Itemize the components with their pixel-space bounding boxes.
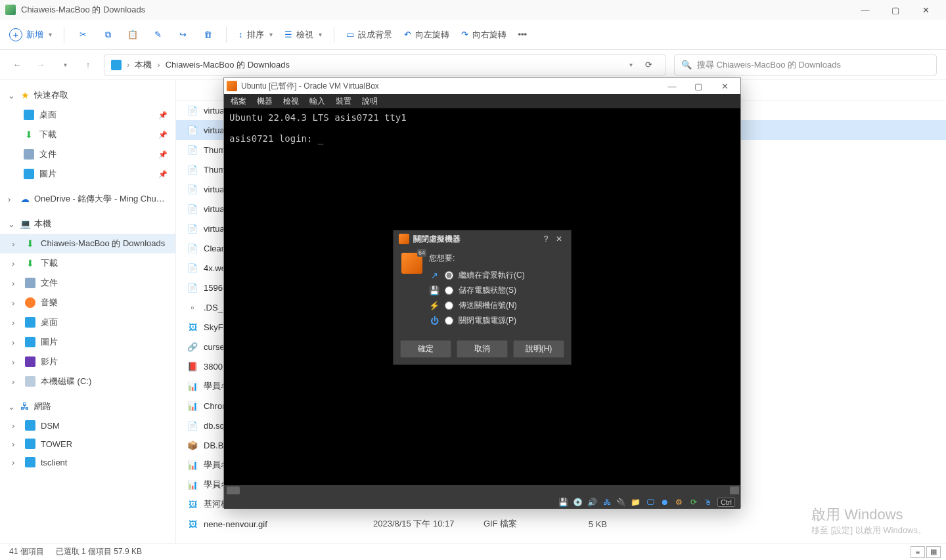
recent-button[interactable]: ▾ (56, 57, 72, 73)
close-button[interactable]: ✕ (911, 0, 941, 20)
help-button[interactable]: 說明(H) (513, 340, 564, 358)
usb-icon[interactable]: 🔌 (616, 497, 627, 507)
file-icon: 📄 (187, 223, 198, 234)
shared-folder-icon[interactable]: 📁 (631, 497, 641, 507)
virtualbox-icon (227, 81, 237, 91)
thumbnails-view-button[interactable]: ▦ (926, 546, 941, 558)
quick-access-header[interactable]: ⌄★快速存取 (0, 85, 175, 105)
address-history-button[interactable]: ▾ (629, 61, 633, 68)
state-icon[interactable]: ⟳ (688, 497, 699, 507)
option-shutdown-signal[interactable]: ⚡傳送關機信號(N) (429, 298, 563, 313)
sidebar-item-desktop[interactable]: 桌面📌 (0, 105, 175, 125)
vbox-menu-machine[interactable]: 機器 (257, 96, 273, 107)
dialog-title: 關閉虛擬機器 (413, 234, 539, 245)
xls-icon: 📊 (187, 459, 198, 471)
vbox-menu-file[interactable]: 檔案 (231, 96, 246, 107)
onedrive-item[interactable]: ›☁OneDrive - 銘傳大學 - Ming Chuan Uni (0, 189, 175, 209)
dialog-close-button[interactable]: ✕ (552, 234, 566, 244)
rename-icon[interactable]: ✎ (151, 30, 164, 39)
sidebar-item-pc-music[interactable]: ›音樂 (0, 293, 175, 312)
sidebar-item-pc-pictures[interactable]: ›圖片 (0, 332, 175, 352)
vbox-close-button[interactable]: ✕ (711, 78, 738, 94)
view-button[interactable]: ☰檢視▾ (284, 29, 322, 41)
file-icon: 📄 (187, 420, 198, 431)
status-bar: 41 個項目 已選取 1 個項目 57.9 KB ≡ ▦ (0, 543, 946, 560)
crumb-1[interactable]: Chiaweis-MacBoo 的 Downloads (166, 59, 290, 71)
cut-icon[interactable]: ✂ (76, 30, 89, 39)
more-button[interactable]: ••• (518, 30, 528, 39)
delete-icon[interactable]: 🗑 (201, 30, 214, 39)
set-background-button[interactable]: ▭設成背景 (346, 29, 392, 41)
thispc-header[interactable]: ⌄💻本機 (0, 214, 175, 234)
display-icon[interactable]: 🖵 (645, 497, 656, 507)
vbox-minimize-button[interactable]: — (659, 78, 685, 94)
paste-icon[interactable]: 📋 (126, 30, 139, 39)
share-icon[interactable]: ↪ (176, 30, 189, 39)
copy-icon[interactable]: ⧉ (101, 30, 114, 40)
vbox-menu-view[interactable]: 檢視 (283, 96, 299, 107)
sidebar-item-pc-documents[interactable]: ›文件 (0, 273, 175, 293)
sidebar-item-pc-disk-c[interactable]: ›本機磁碟 (C:) (0, 372, 175, 391)
vbox-title: Ubuntu [已暫停] - Oracle VM VirtualBox (241, 81, 659, 92)
option-detach-radio[interactable] (445, 271, 453, 280)
rotate-left-button[interactable]: ↶向左旋轉 (404, 29, 449, 41)
sidebar-item-pc-desktop[interactable]: ›桌面 (0, 312, 175, 332)
xls-icon: 📊 (187, 400, 198, 412)
option-power-radio[interactable] (445, 316, 453, 325)
new-button[interactable]: + 新增 ▾ (9, 28, 52, 41)
option-signal-radio[interactable] (445, 301, 453, 310)
up-button[interactable]: ↑ (80, 57, 96, 73)
vbox-menu-devices[interactable]: 裝置 (336, 96, 351, 107)
option-detach[interactable]: ↗繼續在背景執行(C) (429, 268, 563, 283)
sidebar-item-tower[interactable]: ›TOWER (0, 435, 175, 453)
sidebar-item-pc-videos[interactable]: ›影片 (0, 352, 175, 372)
pin-icon: 📌 (158, 150, 168, 159)
details-view-button[interactable]: ≡ (911, 546, 925, 558)
img-icon: 🖼 (187, 321, 198, 333)
optical-icon[interactable]: 💿 (573, 497, 583, 507)
recording-icon[interactable]: ⏺ (660, 497, 670, 507)
rotate-right-button[interactable]: ↷向右旋轉 (461, 29, 507, 41)
file-icon: 📄 (187, 282, 198, 293)
option-save-state[interactable]: 💾儲存電腦狀態(S) (429, 283, 563, 298)
mouse-integration-icon[interactable]: 🖱 (703, 497, 713, 507)
option-save-radio[interactable] (445, 286, 453, 295)
option-power-off[interactable]: ⏻關閉電腦電源(P) (429, 313, 563, 328)
power-icon: ⏻ (429, 316, 439, 326)
network-header[interactable]: ⌄🖧網路 (0, 397, 175, 416)
sidebar-item-pictures[interactable]: 圖片📌 (0, 164, 175, 184)
crumb-0[interactable]: 本機 (135, 59, 152, 71)
sidebar-item-pc-downloads[interactable]: ›⬇下載 (0, 253, 175, 273)
vbox-menu-input[interactable]: 輸入 (309, 96, 325, 107)
network-indicator-icon[interactable]: 🖧 (602, 497, 612, 507)
network-icon: 🖧 (20, 401, 30, 412)
minimize-button[interactable]: — (850, 0, 880, 20)
sidebar-item-tsclient[interactable]: ›tsclient (0, 453, 175, 471)
sidebar-item-documents[interactable]: 文件📌 (0, 144, 175, 164)
back-button[interactable]: ← (9, 57, 25, 73)
cpu-icon[interactable]: ⚙ (674, 497, 685, 507)
app-icon (5, 5, 16, 15)
forward-button[interactable]: → (33, 57, 49, 73)
search-box[interactable]: 🔍 搜尋 Chiaweis-MacBoo 的 Downloads (674, 54, 937, 75)
ok-button[interactable]: 確定 (400, 340, 451, 358)
sort-button[interactable]: ↕排序▾ (238, 29, 273, 41)
address-bar[interactable]: › 本機 › Chiaweis-MacBoo 的 Downloads ▾ ⟳ (104, 54, 666, 75)
app-icon: 📦 (187, 439, 198, 451)
vbox-scrollbar[interactable] (224, 485, 740, 496)
vbox-maximize-button[interactable]: ▢ (685, 78, 711, 94)
new-label: 新增 (26, 29, 43, 41)
file-date: 2023/8/15 下午 10:17 (373, 518, 478, 530)
xls-icon: 📊 (187, 479, 198, 490)
dialog-help-button[interactable]: ? (539, 234, 552, 244)
vbox-menu-help[interactable]: 說明 (362, 96, 378, 107)
sidebar-item-chiaweis-downloads[interactable]: ›⬇Chiaweis-MacBoo 的 Downloads (0, 234, 175, 253)
close-vm-dialog: 關閉虛擬機器 ? ✕ 您想要: ↗繼續在背景執行(C) 💾儲存電腦狀態(S) ⚡… (393, 230, 572, 365)
maximize-button[interactable]: ▢ (880, 0, 911, 20)
audio-icon[interactable]: 🔊 (587, 497, 598, 507)
sidebar-item-downloads[interactable]: ⬇下載📌 (0, 125, 175, 144)
sidebar-item-dsm[interactable]: ›DSM (0, 416, 175, 435)
cancel-button[interactable]: 取消 (457, 340, 508, 358)
hdd-icon[interactable]: 💾 (558, 497, 569, 507)
refresh-button[interactable]: ⟳ (638, 60, 659, 70)
